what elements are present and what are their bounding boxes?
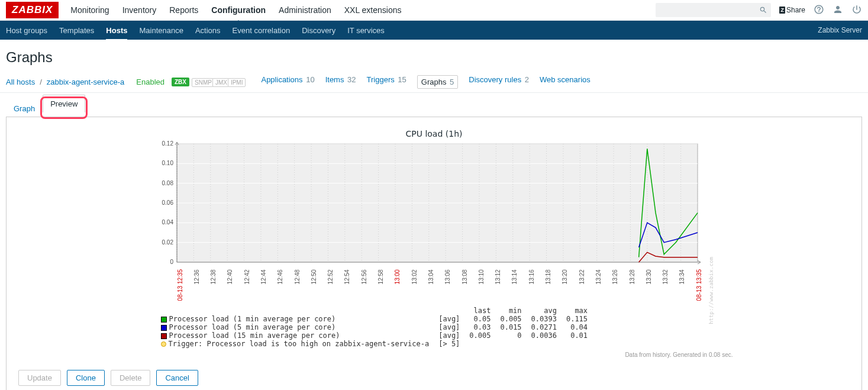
svg-text:0.08: 0.08 — [162, 180, 173, 186]
subnav-item-discovery[interactable]: Discovery — [302, 22, 335, 39]
tab-graph[interactable]: Graph — [6, 99, 43, 117]
x-tick: 13:16 — [528, 269, 545, 301]
enabled-label: Enabled — [136, 78, 164, 86]
topnav-item-administration[interactable]: Administration — [279, 1, 331, 20]
legend-trigger-row: Trigger: Processor load is too high on z… — [156, 340, 593, 348]
svg-text:0.12: 0.12 — [162, 141, 173, 147]
legend-row: Processor load (15 min average per core)… — [156, 331, 593, 340]
chart: 00.020.040.060.080.100.12 08-13 12:3512:… — [147, 141, 704, 265]
chart-footer: Data from history. Generated in 0.08 sec… — [135, 352, 733, 358]
main-content: Graph Preview CPU load (1h) 00.020.040.0… — [0, 93, 868, 390]
topnav-item-inventory[interactable]: Inventory — [122, 1, 157, 20]
x-tick: 13:26 — [612, 269, 628, 301]
x-tick: 13:00 — [394, 269, 411, 301]
svg-text:0.02: 0.02 — [162, 239, 173, 246]
x-tick: 13:20 — [562, 269, 578, 301]
x-tick: 12:52 — [327, 269, 344, 301]
x-tick: 13:04 — [428, 269, 444, 301]
host-nav-applications[interactable]: Applications 10 — [261, 75, 314, 89]
logout-icon[interactable] — [851, 4, 862, 17]
x-tick: 13:14 — [511, 269, 528, 301]
subnav-item-host-groups[interactable]: Host groups — [6, 22, 47, 39]
cancel-button[interactable]: Cancel — [156, 370, 198, 386]
x-tick: 12:36 — [193, 269, 210, 301]
svg-text:0.04: 0.04 — [162, 219, 173, 225]
subnav-item-hosts[interactable]: Hosts — [106, 22, 127, 41]
host-link[interactable]: zabbix-agent-service-a — [47, 78, 125, 86]
subnav-item-event-correlation[interactable]: Event correlation — [233, 22, 291, 39]
watermark: http://www.zabbix.com — [708, 257, 714, 324]
svg-text:0: 0 — [170, 259, 173, 265]
action-buttons: Update Clone Delete Cancel — [18, 370, 850, 386]
x-tick: 12:56 — [361, 269, 377, 301]
x-tick: 12:38 — [210, 269, 227, 301]
x-tick: 13:32 — [662, 269, 679, 301]
zbx-badge: ZBX — [172, 78, 189, 86]
sub-nav: Host groupsTemplatesHostsMaintenanceActi… — [0, 21, 868, 40]
x-tick: 12:40 — [227, 269, 243, 301]
delete-button: Delete — [111, 370, 151, 386]
subnav-item-actions[interactable]: Actions — [195, 22, 221, 39]
x-tick: 08-13 12:35 — [177, 269, 193, 301]
search-box — [656, 3, 771, 17]
x-tick: 13:18 — [545, 269, 562, 301]
x-tick: 12:42 — [244, 269, 260, 301]
interface-badge-ipmi: IPMI — [228, 78, 246, 87]
x-tick: 13:08 — [462, 269, 478, 301]
host-nav-triggers[interactable]: Triggers 15 — [367, 75, 406, 89]
chart-title: CPU load (1h) — [406, 129, 463, 138]
subnav-item-maintenance[interactable]: Maintenance — [139, 22, 183, 39]
x-tick: 13:22 — [579, 269, 595, 301]
update-button: Update — [18, 370, 61, 386]
search-icon[interactable] — [759, 6, 767, 14]
x-tick: 12:46 — [277, 269, 293, 301]
x-tick: 13:34 — [679, 269, 695, 301]
server-label: Zabbix Server — [818, 26, 862, 34]
host-nav-items[interactable]: Items 32 — [325, 75, 356, 89]
page-title: Graphs — [0, 40, 868, 72]
x-tick: 12:44 — [260, 269, 277, 301]
x-tick: 13:10 — [478, 269, 495, 301]
logo: ZABBIX — [6, 2, 59, 18]
svg-text:0.10: 0.10 — [162, 160, 173, 166]
x-tick: 12:48 — [294, 269, 311, 301]
topnav-item-configuration[interactable]: Configuration — [211, 1, 266, 20]
x-tick: 13:30 — [646, 269, 662, 301]
host-nav-bar: All hosts / zabbix-agent-service-a Enabl… — [0, 72, 868, 93]
subnav-item-templates[interactable]: Templates — [59, 22, 94, 39]
interface-badge-snmp: SNMP — [192, 78, 215, 87]
svg-text:0.06: 0.06 — [162, 199, 173, 206]
share-link[interactable]: ZShare — [779, 6, 805, 14]
x-tick: 13:12 — [495, 269, 511, 301]
x-tick: 13:06 — [444, 269, 461, 301]
top-nav: ZABBIX MonitoringInventoryReportsConfigu… — [0, 0, 868, 21]
tab-content: CPU load (1h) 00.020.040.060.080.100.12 … — [6, 117, 862, 390]
topnav-item-reports[interactable]: Reports — [169, 1, 198, 20]
x-tick: 12:58 — [377, 269, 394, 301]
topnav-item-monitoring[interactable]: Monitoring — [70, 1, 109, 20]
host-nav-web-scenarios[interactable]: Web scenarios — [540, 75, 591, 89]
topnav-item-xxl-extensions[interactable]: XXL extensions — [344, 1, 402, 20]
x-tick: 12:54 — [344, 269, 360, 301]
legend-row: Processor load (5 min average per core)[… — [156, 323, 593, 331]
search-input[interactable] — [656, 3, 771, 17]
host-nav-discovery-rules[interactable]: Discovery rules 2 — [469, 75, 529, 89]
subnav-item-it-services[interactable]: IT services — [347, 22, 385, 39]
x-tick: 12:50 — [311, 269, 327, 301]
tab-preview[interactable]: Preview — [43, 95, 85, 112]
user-icon[interactable] — [832, 4, 843, 17]
x-tick: 13:24 — [595, 269, 612, 301]
host-nav-graphs[interactable]: Graphs 5 — [417, 75, 458, 89]
x-tick: 13:28 — [629, 269, 646, 301]
clone-button[interactable]: Clone — [67, 370, 105, 386]
all-hosts-link[interactable]: All hosts — [6, 78, 35, 86]
x-tick: 13:02 — [411, 269, 428, 301]
legend-row: Processor load (1 min average per core)[… — [156, 315, 593, 323]
tabs: Graph Preview — [6, 99, 862, 117]
help-icon[interactable] — [814, 4, 824, 17]
chart-legend: lastminavgmaxProcessor load (1 min avera… — [156, 307, 712, 348]
